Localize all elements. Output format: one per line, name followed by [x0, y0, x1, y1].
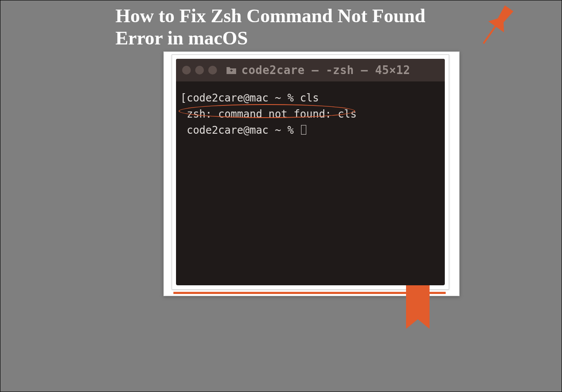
terminal-titlebar: code2care — -zsh — 45×12	[176, 59, 445, 81]
folder-icon	[226, 65, 237, 75]
close-traffic-light-icon[interactable]	[182, 66, 191, 74]
pin-icon	[471, 0, 523, 54]
terminal-line-1: [code2care@mac ~ % cls	[180, 90, 440, 106]
page-title: How to Fix Zsh Command Not Found Error i…	[115, 5, 464, 49]
minimize-traffic-light-icon[interactable]	[195, 66, 204, 74]
terminal-window: code2care — -zsh — 45×12 [code2care@mac …	[176, 59, 445, 285]
terminal-prompt: code2care@mac ~ %	[180, 124, 300, 136]
terminal-title: code2care — -zsh — 45×12	[241, 64, 410, 77]
terminal-body[interactable]: [code2care@mac ~ % cls zsh: command not …	[176, 81, 445, 148]
zoom-traffic-light-icon[interactable]	[208, 66, 217, 74]
card-inner: code2care — -zsh — 45×12 [code2care@mac …	[172, 54, 449, 290]
terminal-line-3: code2care@mac ~ %	[180, 122, 440, 139]
terminal-line-2-error: zsh: command not found: cls	[180, 106, 440, 122]
bookmark-icon	[405, 285, 430, 335]
terminal-cursor	[301, 125, 306, 135]
